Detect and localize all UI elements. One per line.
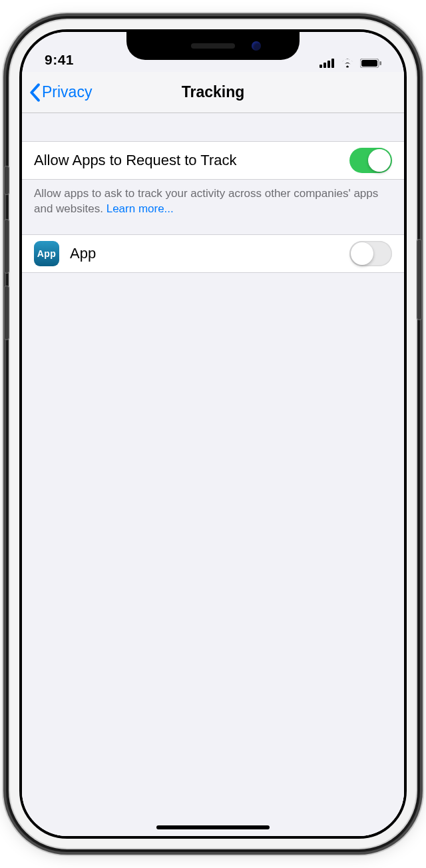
nav-bar: Privacy Tracking — [22, 72, 404, 113]
section-footer: Allow apps to ask to track your activity… — [22, 180, 404, 217]
allow-apps-to-request-row: Allow Apps to Request to Track — [22, 141, 404, 180]
app-row: App App — [22, 234, 404, 273]
app-tracking-toggle[interactable] — [349, 241, 392, 266]
side-button — [417, 240, 421, 320]
ring-silent-switch — [5, 166, 9, 194]
front-camera — [252, 41, 261, 51]
learn-more-link[interactable]: Learn more... — [106, 202, 174, 215]
home-indicator[interactable] — [156, 825, 270, 829]
page-title: Tracking — [182, 83, 245, 101]
svg-rect-5 — [361, 60, 377, 67]
back-button[interactable]: Privacy — [29, 72, 92, 112]
battery-icon — [360, 59, 381, 68]
status-icons — [320, 58, 381, 68]
app-label: App — [70, 245, 349, 262]
cellular-icon — [320, 59, 335, 68]
volume-up-button — [5, 220, 9, 273]
status-time: 9:41 — [45, 52, 74, 68]
notch — [126, 32, 300, 60]
volume-down-button — [5, 286, 9, 339]
settings-content: Allow Apps to Request to Track Allow app… — [22, 113, 404, 836]
allow-apps-to-request-toggle[interactable] — [349, 148, 392, 173]
svg-rect-3 — [331, 59, 334, 68]
svg-rect-2 — [327, 61, 330, 68]
app-icon: App — [34, 241, 59, 266]
chevron-left-icon — [29, 83, 41, 102]
iphone-device-frame: 9:41 Privacy Tracking Allow Apps to Requ… — [10, 20, 416, 848]
svg-rect-0 — [320, 65, 322, 68]
section-footer-text: Allow apps to ask to track your activity… — [34, 187, 378, 215]
wifi-icon — [340, 58, 355, 68]
earpiece-speaker — [191, 43, 235, 49]
back-label: Privacy — [42, 83, 92, 101]
screen: 9:41 Privacy Tracking Allow Apps to Requ… — [22, 32, 404, 836]
allow-apps-to-request-label: Allow Apps to Request to Track — [34, 152, 349, 169]
svg-rect-1 — [323, 63, 326, 68]
svg-rect-6 — [380, 61, 382, 65]
